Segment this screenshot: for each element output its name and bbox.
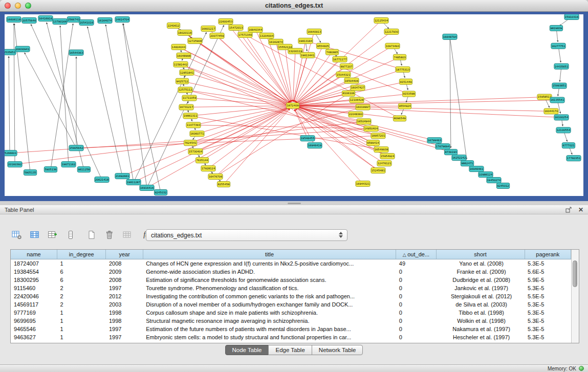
network-table-select[interactable]: citations_edges.txt bbox=[146, 229, 347, 241]
new-table-icon[interactable] bbox=[85, 228, 98, 242]
graph-node-label: 16916416 bbox=[140, 186, 154, 189]
graph-edge[interactable] bbox=[184, 56, 289, 104]
cell-title: Estimation of the future numbers of pati… bbox=[143, 325, 396, 333]
graph-node-label: 16946461 bbox=[470, 167, 483, 170]
graph-edge[interactable] bbox=[226, 21, 290, 102]
table-row[interactable]: 969969511998Structural magnetic resonanc… bbox=[11, 317, 571, 325]
import-table-icon[interactable] bbox=[121, 228, 134, 242]
graph-edge[interactable] bbox=[185, 90, 289, 105]
graph-edge[interactable] bbox=[105, 25, 134, 182]
graph-node-label: 16476706 bbox=[209, 175, 222, 178]
graph-edge[interactable] bbox=[123, 24, 161, 192]
graph-edge[interactable] bbox=[31, 24, 102, 180]
cell-year: 2009 bbox=[106, 268, 143, 276]
table-row[interactable]: 946554611997Estimation of the future num… bbox=[11, 325, 571, 333]
graph-node-label: 9554605 bbox=[317, 45, 329, 48]
table-row[interactable]: 977716911998Corpus callosum shape and si… bbox=[11, 309, 571, 317]
graph-node-label: 12125434 bbox=[375, 19, 388, 22]
cell-pagerank: 5.6E-5 bbox=[525, 268, 571, 276]
graph-edge[interactable] bbox=[14, 24, 15, 164]
column-header-year[interactable]: year bbox=[106, 250, 143, 259]
delete-column-glyph bbox=[66, 230, 76, 239]
graph-edge[interactable] bbox=[285, 47, 292, 102]
graph-node-label: 19811287 bbox=[127, 181, 140, 184]
graph-edge[interactable] bbox=[189, 98, 289, 105]
graph-node-label: 9611258 bbox=[78, 168, 90, 171]
table-row[interactable]: 1456911722003Disruption of a novel membe… bbox=[11, 300, 571, 309]
graph-edge[interactable] bbox=[123, 24, 147, 188]
vertical-scrollbar[interactable] bbox=[571, 250, 579, 343]
column-header-title[interactable]: title bbox=[143, 250, 396, 259]
minimize-window-button[interactable] bbox=[15, 3, 21, 9]
graph-node-label: 13790166 bbox=[53, 20, 67, 23]
table-row[interactable]: 911546021997Tourette syndrome. Phenomeno… bbox=[11, 284, 571, 292]
delete-table-icon[interactable] bbox=[103, 228, 116, 242]
graph-node-label: 16946419 bbox=[308, 144, 321, 147]
graph-edge[interactable] bbox=[208, 108, 290, 168]
application-window: citations_edges.txt 16724092240612180201… bbox=[0, 0, 588, 372]
graph-node-label: 9425712 bbox=[176, 80, 188, 83]
graph-edge[interactable] bbox=[60, 26, 69, 164]
table-row[interactable]: 2242004622012Investigating the contribut… bbox=[11, 292, 571, 300]
graph-edge[interactable] bbox=[450, 37, 451, 148]
tab-edge-table[interactable]: Edge Table bbox=[268, 345, 312, 355]
column-header-short[interactable]: short bbox=[436, 250, 525, 259]
graph-edge[interactable] bbox=[224, 108, 290, 184]
table-row[interactable]: 1872400712008Changes of HCN gene express… bbox=[11, 259, 571, 268]
cell-name: 14569117 bbox=[11, 300, 57, 309]
column-header-pagerank[interactable]: pagerank bbox=[525, 250, 571, 259]
graph-node-label: 16606118 bbox=[7, 18, 20, 21]
cell-name: 9699695 bbox=[11, 317, 57, 325]
cell-pagerank: 5.5E-5 bbox=[525, 292, 571, 300]
graph-node-label: 12106428 bbox=[350, 98, 363, 101]
scrollbar-thumb[interactable] bbox=[573, 260, 577, 287]
table-row[interactable]: 1938455462009Genome-wide association stu… bbox=[11, 268, 571, 276]
graph-node-label: 16799463 bbox=[428, 139, 441, 142]
graph-edge[interactable] bbox=[88, 27, 122, 176]
delete-column-icon[interactable] bbox=[64, 228, 77, 242]
column-header-in-degree[interactable]: in_degree bbox=[57, 250, 105, 259]
create-column-glyph bbox=[48, 230, 58, 239]
cell-year: 1997 bbox=[106, 284, 143, 292]
column-header-name[interactable]: name bbox=[11, 250, 57, 259]
float-panel-glyph bbox=[565, 207, 572, 213]
graph-edge[interactable] bbox=[190, 116, 377, 148]
graph-node-label: 19671162 bbox=[62, 163, 75, 166]
network-window-titlebar[interactable]: citations_edges.txt bbox=[0, 0, 588, 12]
close-panel-icon[interactable]: ✕ bbox=[578, 207, 583, 213]
graph-node-label: 20630941 bbox=[16, 48, 29, 51]
graph-edge[interactable] bbox=[14, 24, 30, 172]
cell-short: Jankovic et al. (1997) bbox=[436, 284, 525, 292]
cell-name: 19384554 bbox=[11, 268, 57, 276]
graph-edge[interactable] bbox=[215, 90, 354, 177]
create-column-icon[interactable] bbox=[46, 228, 59, 242]
graph-node-label: 15730404 bbox=[189, 150, 203, 153]
tab-network-table[interactable]: Network Table bbox=[312, 345, 363, 355]
float-panel-icon[interactable] bbox=[565, 207, 572, 213]
cell-in-degree: 6 bbox=[57, 268, 105, 276]
cell-year: 2008 bbox=[106, 259, 143, 268]
graph-node-label: 16047427 bbox=[351, 86, 364, 89]
close-window-button[interactable] bbox=[5, 3, 11, 9]
graph-edge[interactable] bbox=[297, 106, 551, 112]
table-mode-icon[interactable] bbox=[10, 228, 24, 242]
network-canvas[interactable]: 1672409224061218020118127259081460404416… bbox=[5, 14, 583, 196]
graph-edge[interactable] bbox=[295, 52, 332, 102]
graph-node-label: 16019997 bbox=[356, 105, 369, 108]
graph-edge[interactable] bbox=[186, 106, 289, 107]
graph-node-label: 19861311 bbox=[184, 114, 197, 117]
graph-node-label: 19613441 bbox=[301, 54, 314, 57]
graph-edge[interactable] bbox=[296, 107, 387, 156]
tab-node-table[interactable]: Node Table bbox=[225, 345, 269, 355]
table-row[interactable]: 946362711997Embryonic stem cells: a mode… bbox=[11, 333, 571, 341]
column-header-out-de-[interactable]: △ out_de... bbox=[396, 250, 436, 259]
graph-edge[interactable] bbox=[9, 56, 10, 153]
status-bar: Memory: OK bbox=[0, 364, 588, 372]
graph-edge[interactable] bbox=[450, 37, 467, 159]
graph-node-label: 2240612 bbox=[167, 24, 179, 27]
table-row[interactable]: 1830029562008Estimation of significance … bbox=[11, 276, 571, 284]
zoom-window-button[interactable] bbox=[25, 3, 31, 9]
show-columns-icon[interactable] bbox=[28, 228, 41, 242]
cell-short: Tibbo et al. (1998) bbox=[436, 309, 525, 317]
graph-edge[interactable] bbox=[195, 108, 359, 152]
